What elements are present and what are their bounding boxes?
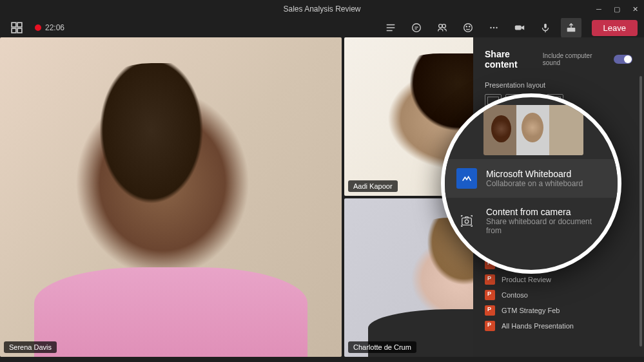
- minimize-button[interactable]: ─: [590, 0, 608, 18]
- camera-icon[interactable]: [509, 17, 530, 38]
- file-name: GTM Strategy Feb: [502, 307, 560, 314]
- gallery-thumbnail: [483, 105, 583, 155]
- svg-rect-0: [12, 23, 16, 27]
- participant-name-label: Aadi Kapoor: [348, 180, 398, 192]
- file-name: Product Review: [502, 276, 551, 283]
- whiteboard-icon: [456, 168, 477, 189]
- svg-point-11: [493, 27, 494, 28]
- file-name: Contoso: [502, 291, 528, 299]
- svg-point-12: [496, 27, 497, 28]
- powerpoint-icon: [485, 305, 495, 316]
- svg-point-6: [442, 24, 445, 28]
- share-option-camera[interactable]: Content from camera Share whiteboard or …: [445, 198, 618, 244]
- presentation-layout-label: Presentation layout: [485, 81, 644, 89]
- toolbar: 22:06 Leave: [0, 18, 644, 37]
- meeting-title: Sales Analysis Review: [283, 5, 360, 14]
- whiteboard-subtitle: Collaborate on a whiteboard: [486, 179, 583, 188]
- share-option-whiteboard[interactable]: Microsoft Whiteboard Collaborate on a wh…: [445, 159, 618, 198]
- svg-rect-1: [17, 23, 22, 27]
- magnifier-callout: Microsoft Whiteboard Collaborate on a wh…: [441, 93, 621, 274]
- svg-rect-16: [462, 218, 472, 225]
- share-button[interactable]: [561, 17, 581, 38]
- powerpoint-icon: [485, 321, 495, 331]
- file-item[interactable]: All Hands Presentation: [485, 318, 644, 334]
- powerpoint-icon: [485, 290, 495, 300]
- svg-rect-3: [17, 28, 22, 33]
- recording-dot-icon: [35, 24, 41, 31]
- camera-content-title: Content from camera: [486, 207, 606, 217]
- svg-point-9: [469, 26, 469, 27]
- file-item[interactable]: Contoso: [485, 287, 644, 303]
- participant-name-label: Charlotte de Crum: [348, 341, 416, 353]
- file-item[interactable]: GTM Strategy Feb: [485, 303, 644, 318]
- conversation-icon[interactable]: [406, 17, 427, 38]
- reactions-icon[interactable]: [458, 17, 478, 38]
- participants-icon[interactable]: [432, 17, 453, 38]
- powerpoint-icon: [485, 274, 495, 285]
- more-options-icon[interactable]: [483, 17, 504, 38]
- svg-point-7: [463, 24, 472, 32]
- recording-indicator: 22:06: [35, 23, 64, 32]
- maximize-button[interactable]: ▢: [608, 0, 626, 18]
- video-tile-main[interactable]: Serena Davis: [0, 37, 342, 357]
- file-item[interactable]: Product Review: [485, 272, 644, 287]
- camera-content-subtitle: Share whiteboard or document from: [486, 217, 606, 235]
- file-name: All Hands Presentation: [502, 322, 574, 330]
- chat-icon[interactable]: [380, 17, 401, 38]
- leave-button[interactable]: Leave: [592, 20, 638, 36]
- titlebar: Sales Analysis Review ─ ▢ ✕: [0, 0, 644, 18]
- close-button[interactable]: ✕: [626, 0, 644, 18]
- include-sound-label: Include computer sound: [543, 52, 609, 66]
- microphone-icon[interactable]: [535, 17, 556, 38]
- meeting-timer: 22:06: [45, 23, 64, 32]
- window-controls: ─ ▢ ✕: [590, 0, 644, 18]
- svg-rect-13: [514, 25, 521, 30]
- whiteboard-title: Microsoft Whiteboard: [486, 169, 583, 179]
- layout-grid-icon[interactable]: [6, 17, 27, 38]
- svg-rect-15: [567, 28, 575, 32]
- svg-point-10: [490, 27, 491, 28]
- svg-rect-2: [12, 28, 16, 33]
- svg-rect-14: [544, 24, 547, 28]
- participant-name-label: Serena Davis: [4, 341, 57, 353]
- share-panel-title: Share content: [485, 49, 543, 70]
- include-sound-toggle[interactable]: [614, 55, 632, 64]
- svg-point-4: [412, 24, 420, 32]
- scrollbar[interactable]: [639, 76, 642, 347]
- svg-point-5: [438, 24, 442, 28]
- svg-point-17: [465, 220, 469, 224]
- svg-point-8: [466, 26, 467, 27]
- camera-content-icon: [456, 211, 477, 231]
